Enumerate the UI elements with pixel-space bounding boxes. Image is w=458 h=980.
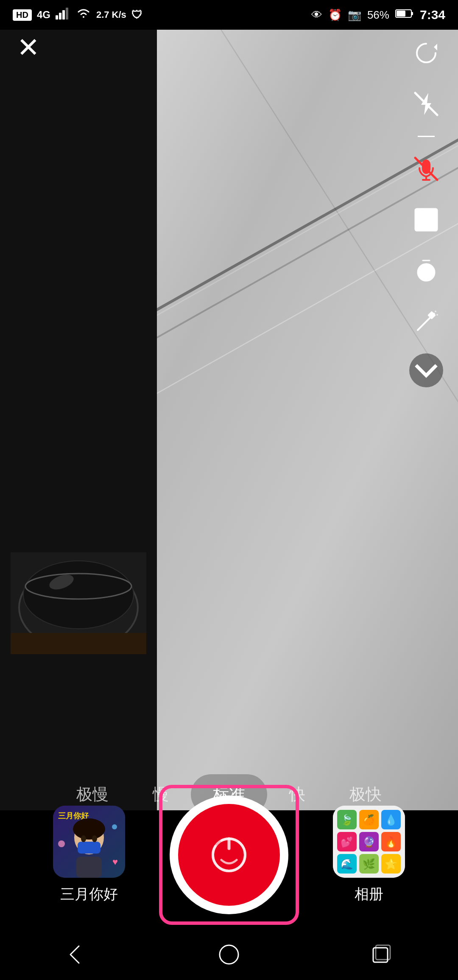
camera-split-left	[0, 30, 157, 810]
battery-icon	[395, 8, 414, 22]
left-thumb-image: 三月你好 ♥	[53, 806, 125, 878]
right-thumb-image: 🍃 🍊 💧 💕 🔮 🔥 🌊 🌿 ⭐	[333, 806, 405, 878]
right-toolbar: 10	[407, 34, 445, 387]
svg-point-47	[112, 824, 117, 829]
vpn-icon: 🛡	[131, 8, 142, 22]
camera-status-icon: 📷	[348, 8, 361, 22]
close-button[interactable]: ✕	[17, 34, 40, 61]
svg-text:三月你好: 三月你好	[58, 812, 89, 820]
rotate-camera-button[interactable]	[407, 34, 445, 72]
wifi-icon	[76, 8, 91, 22]
svg-rect-5	[411, 12, 413, 15]
svg-text:🌿: 🌿	[363, 858, 375, 870]
svg-rect-2	[62, 10, 65, 20]
svg-point-41	[73, 818, 105, 840]
svg-rect-3	[66, 8, 68, 20]
svg-rect-42	[78, 842, 101, 854]
svg-point-70	[220, 945, 238, 964]
svg-rect-0	[56, 15, 58, 20]
network-type: 4G	[37, 9, 50, 21]
svg-line-9	[415, 93, 437, 115]
status-bar: HD 4G 2.7 K/s 🛡 👁 ⏰ 📷 56%	[0, 0, 458, 30]
right-thumb-label: 相册	[355, 885, 383, 904]
svg-rect-1	[59, 13, 61, 20]
more-options-button[interactable]	[409, 353, 443, 387]
svg-text:🌊: 🌊	[341, 858, 353, 870]
right-thumbnail[interactable]: 🍃 🍊 💧 💕 🔮 🔥 🌊 🌿 ⭐ 相册	[333, 806, 405, 904]
recent-apps-button[interactable]	[360, 938, 403, 972]
alarm-icon: ⏰	[328, 8, 342, 22]
camera-view	[0, 30, 458, 810]
toolbar-divider	[418, 136, 435, 137]
svg-text:🍃: 🍃	[341, 814, 353, 826]
mute-button[interactable]	[407, 150, 445, 188]
record-button[interactable]	[159, 785, 299, 925]
record-button-wrapper	[159, 785, 299, 925]
left-thumbnail[interactable]: 三月你好 ♥ 三月你好	[53, 806, 125, 904]
svg-text:🍊: 🍊	[363, 814, 375, 826]
status-left: HD 4G 2.7 K/s 🛡	[13, 8, 142, 22]
battery-percent: 56%	[367, 8, 389, 22]
svg-line-20	[418, 317, 430, 330]
svg-marker-7	[434, 44, 437, 50]
eye-icon: 👁	[311, 8, 322, 22]
signal-icon	[56, 8, 71, 22]
svg-point-46	[58, 840, 65, 847]
svg-rect-30	[11, 633, 146, 654]
svg-text:💕: 💕	[341, 836, 353, 848]
svg-point-22	[433, 313, 435, 315]
svg-point-24	[436, 314, 438, 316]
record-circle-inner	[178, 804, 280, 906]
svg-point-23	[435, 311, 436, 312]
status-right: 👁 ⏰ 📷 56% 7:34	[311, 8, 445, 22]
svg-text:🔮: 🔮	[363, 836, 375, 848]
svg-text:🔥: 🔥	[385, 836, 397, 848]
svg-text:💧: 💧	[385, 814, 397, 826]
bottom-controls: 三月你好 ♥ 三月你好	[0, 785, 458, 925]
left-thumb-label: 三月你好	[60, 885, 118, 904]
svg-point-44	[92, 835, 97, 842]
flash-button[interactable]	[407, 85, 445, 123]
home-button[interactable]	[208, 938, 250, 972]
svg-point-43	[81, 835, 86, 842]
navigation-bar	[0, 929, 458, 980]
svg-text:⭐: ⭐	[385, 858, 397, 870]
svg-text:♥: ♥	[112, 857, 118, 867]
time-display: 7:34	[420, 8, 445, 22]
svg-rect-45	[76, 857, 102, 878]
record-circle-outer	[170, 795, 288, 914]
network-speed: 2.7 K/s	[96, 9, 126, 20]
svg-text:10: 10	[423, 270, 430, 277]
hd-badge: HD	[13, 9, 32, 21]
back-button[interactable]	[55, 938, 98, 972]
timer-button[interactable]: 10	[407, 252, 445, 290]
split-screen-button[interactable]	[407, 201, 445, 239]
beauty-button[interactable]	[407, 302, 445, 341]
svg-rect-6	[397, 11, 405, 17]
